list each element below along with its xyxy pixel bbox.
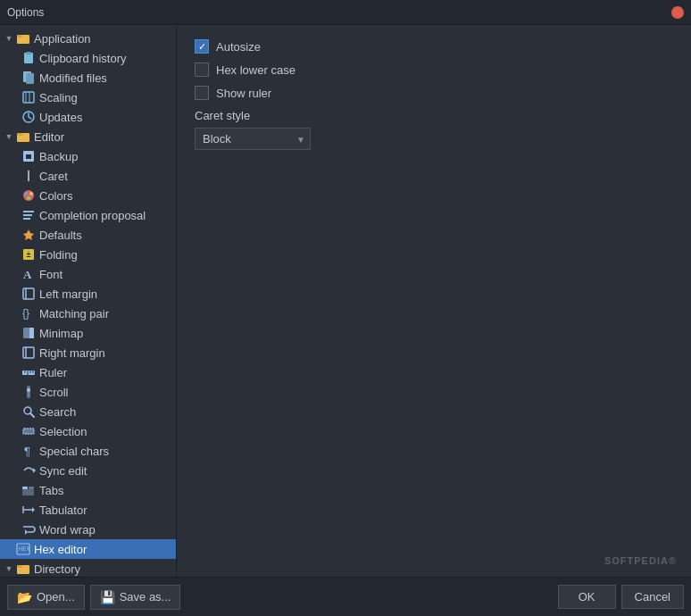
sidebar-item-minimap[interactable]: Minimap: [0, 323, 176, 343]
colors-icon: [21, 188, 36, 203]
sidebar-item-label: Left margin: [39, 287, 97, 301]
open-icon: 📂: [17, 590, 32, 604]
svg-point-16: [24, 192, 28, 196]
sidebar-item-label: Right margin: [39, 346, 105, 360]
sidebar-item-selection[interactable]: Selection: [0, 421, 176, 441]
sidebar-item-modified-files[interactable]: Modified files: [0, 68, 176, 87]
scaling-icon: [21, 90, 36, 104]
folder-icon: [16, 31, 30, 46]
sidebar-item-label: Caret: [39, 170, 68, 183]
search-icon: [21, 404, 36, 419]
sidebar-item-matching-pair[interactable]: {}Matching pair: [0, 304, 176, 323]
svg-text:HEX: HEX: [19, 545, 30, 553]
sidebar-item-label: Minimap: [39, 327, 83, 340]
sidebar-item-label: Scaling: [39, 91, 78, 104]
footer-right: OK Cancel: [558, 585, 684, 609]
sidebar-item-label: Backup: [39, 150, 78, 163]
chevron-icon: ▼: [4, 563, 14, 574]
open-button[interactable]: 📂 Open...: [7, 585, 85, 610]
sidebar-item-sync-edit[interactable]: Sync edit: [0, 461, 176, 480]
sidebar-item-directory[interactable]: ▼Directory: [0, 559, 176, 577]
checkbox-hex-lower-case[interactable]: [195, 62, 209, 77]
option-row-autosize: Autosize: [195, 39, 673, 54]
sidebar-item-label: Font: [39, 268, 62, 281]
svg-marker-22: [23, 229, 34, 240]
sidebar-item-tabs[interactable]: Tabs: [0, 480, 176, 500]
sidebar-item-ruler[interactable]: Ruler: [0, 362, 176, 382]
margin-icon: [21, 287, 36, 301]
svg-rect-21: [23, 218, 30, 220]
font-icon: A: [21, 267, 36, 281]
svg-marker-50: [32, 507, 35, 512]
margin-icon: [21, 345, 36, 360]
save-as-button[interactable]: 💾 Save as...: [90, 585, 181, 610]
sidebar-item-label: Sync edit: [39, 464, 87, 478]
sidebar-item-application[interactable]: ▼Application: [0, 29, 176, 48]
caret-style-select[interactable]: BlockLineHalf: [195, 128, 311, 150]
sidebar-item-updates[interactable]: Updates: [0, 107, 176, 127]
option-label-autosize: Autosize: [216, 40, 261, 54]
svg-rect-13: [26, 154, 31, 159]
svg-rect-19: [23, 211, 34, 212]
sidebar-item-hex-editor[interactable]: HEXHex editor: [0, 539, 176, 559]
sidebar-item-label: Directory: [34, 562, 80, 576]
sidebar-item-completion-proposal[interactable]: Completion proposal: [0, 205, 176, 225]
cancel-button[interactable]: Cancel: [621, 585, 684, 609]
option-row-hex-lower-case: Hex lower case: [195, 62, 673, 77]
svg-marker-45: [33, 468, 36, 473]
special-icon: ¶: [21, 444, 36, 458]
sidebar-item-label: Tabulator: [39, 504, 87, 517]
sidebar-item-label: Editor: [34, 130, 64, 144]
sidebar-item-special-chars[interactable]: ¶Special chars: [0, 441, 176, 461]
svg-rect-46: [22, 487, 28, 489]
sidebar-item-scroll[interactable]: Scroll: [0, 382, 176, 402]
sidebar-item-backup[interactable]: Backup: [0, 146, 176, 166]
svg-rect-1: [17, 35, 22, 37]
svg-rect-31: [23, 347, 34, 358]
sidebar-item-label: Matching pair: [39, 307, 109, 320]
spacer: [4, 544, 14, 554]
syncedit-icon: [21, 463, 36, 478]
option-label-hex-lower-case: Hex lower case: [216, 63, 296, 77]
minimap-icon: [21, 326, 36, 340]
svg-rect-3: [26, 52, 31, 54]
checkbox-autosize[interactable]: [195, 39, 209, 54]
sidebar-item-folding[interactable]: ±Folding: [0, 245, 176, 264]
close-button[interactable]: [671, 6, 684, 19]
svg-rect-56: [17, 565, 22, 568]
svg-point-18: [27, 196, 30, 200]
sidebar-item-word-wrap[interactable]: Word wrap: [0, 520, 176, 539]
sidebar-item-defaults[interactable]: Defaults: [0, 225, 176, 245]
matching-icon: {}: [21, 306, 36, 320]
sidebar-item-search[interactable]: Search: [0, 402, 176, 421]
sidebar-item-scaling[interactable]: Scaling: [0, 87, 176, 107]
sidebar-item-editor[interactable]: ▼Editor: [0, 127, 176, 146]
sidebar-item-font[interactable]: AFont: [0, 264, 176, 284]
sidebar-item-caret[interactable]: Caret: [0, 166, 176, 186]
sidebar-item-label: Ruler: [39, 366, 67, 379]
sidebar-item-label: Word wrap: [39, 523, 96, 537]
save-as-label: Save as...: [120, 590, 171, 604]
defaults-icon: [21, 228, 36, 242]
sidebar-item-label: Scroll: [39, 386, 69, 399]
checkbox-show-ruler[interactable]: [195, 86, 209, 100]
sidebar-item-tabulator[interactable]: Tabulator: [0, 500, 176, 520]
ruler-icon: [21, 365, 36, 379]
caret-style-select-wrapper: BlockLineHalf ▼: [195, 128, 311, 150]
tabs-icon: [21, 483, 36, 497]
ok-button[interactable]: OK: [558, 585, 616, 609]
folder-icon: [16, 562, 30, 576]
selection-icon: [21, 424, 36, 438]
sidebar-item-left-margin[interactable]: Left margin: [0, 284, 176, 304]
sidebar-item-colors[interactable]: Colors: [0, 186, 176, 205]
update-icon: [21, 110, 36, 124]
save-icon: 💾: [100, 590, 115, 604]
caret-style-label: Caret style: [195, 109, 673, 122]
folder-icon: [16, 129, 30, 144]
sidebar-item-label: Special chars: [39, 445, 109, 458]
svg-rect-39: [27, 388, 30, 392]
clipboard-icon: [21, 51, 36, 65]
sidebar-item-right-margin[interactable]: Right margin: [0, 343, 176, 362]
option-label-show-ruler: Show ruler: [216, 87, 271, 100]
sidebar-item-clipboard-history[interactable]: Clipboard history: [0, 48, 176, 68]
